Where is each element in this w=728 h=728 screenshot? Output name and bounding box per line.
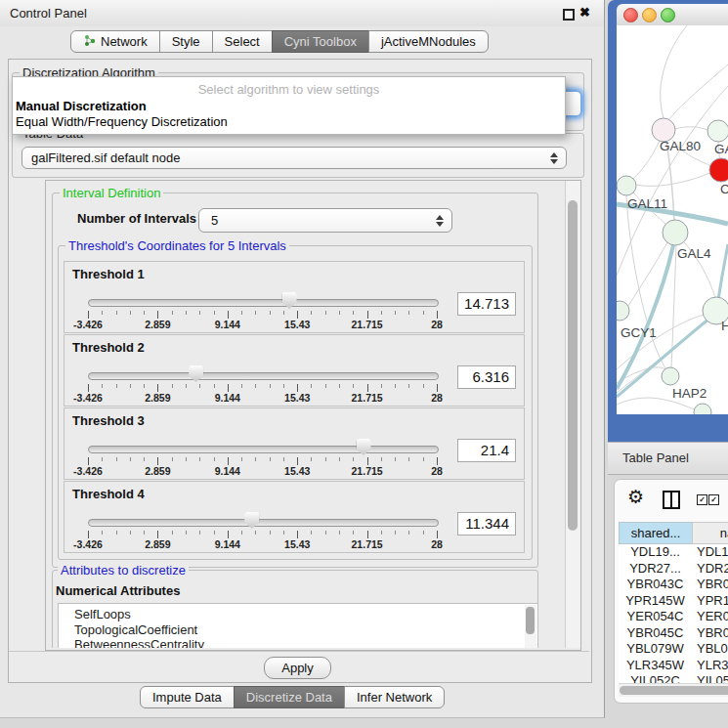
threshold-slider-track[interactable] [88, 372, 439, 380]
tick-mark [381, 311, 382, 315]
table-row[interactable]: YBL079WYBL079W [619, 641, 728, 658]
network-edge[interactable] [666, 142, 674, 220]
network-edge[interactable] [626, 195, 666, 369]
network-node-hap2[interactable] [662, 367, 679, 385]
table-row[interactable]: YDL19...YDL19... [619, 544, 728, 561]
tab-impute-data[interactable]: Impute Data [140, 686, 235, 708]
mac-zoom-light[interactable] [661, 8, 675, 22]
attribute-list-item[interactable]: BetweennessCentrality [59, 637, 537, 648]
threshold-value-field[interactable]: 21.4 [457, 439, 516, 462]
apply-button[interactable]: Apply [264, 657, 331, 679]
network-node-c[interactable] [709, 158, 728, 182]
column-checkbox-icon[interactable]: ✓ [708, 494, 719, 505]
mac-close-light[interactable] [623, 8, 638, 22]
table-row[interactable]: YER054CYER054C [619, 609, 728, 625]
vertical-scrollbar-thumb[interactable] [568, 200, 578, 531]
threshold-panel-3: Threshold 3-3.4262.8599.14415.4321.71528… [64, 407, 525, 480]
horizontal-scrollbar-thumb[interactable] [620, 686, 728, 695]
numerical-attributes-list: SelfLoopsTopologicalCoefficientBetweenne… [58, 603, 538, 648]
tick-mark [255, 457, 256, 461]
tick-mark [339, 531, 340, 535]
column-header-shared-name[interactable]: shared... [619, 522, 693, 544]
node-label: GAL11 [627, 196, 667, 211]
table-row[interactable]: YLR345WYLR345W [619, 658, 728, 674]
network-edge[interactable] [674, 127, 707, 130]
table-row[interactable]: YBR045CYBR045C [619, 625, 728, 642]
column-checkbox-icon[interactable]: ✓ [697, 494, 707, 505]
tick-mark [241, 531, 242, 535]
network-node-gcy1[interactable] [617, 301, 629, 321]
tick-label: 15.43 [268, 465, 326, 477]
table-row[interactable]: YDR27...YDR27... [619, 561, 728, 578]
tab-infer-network[interactable]: Infer Network [344, 686, 445, 708]
threshold-panel-4: Threshold 4-3.4262.8599.14415.4321.71528… [64, 481, 525, 553]
cell-shared-name: YLR345W [619, 658, 692, 674]
network-node-gal4[interactable] [663, 220, 688, 245]
number-of-intervals-spinner[interactable]: 5 [198, 208, 452, 233]
tick-mark [270, 311, 271, 315]
mac-minimize-light[interactable] [642, 8, 657, 22]
attribute-list-item[interactable]: SelfLoops [59, 607, 537, 622]
attribute-list-item[interactable]: TopologicalCoefficient [59, 622, 537, 638]
algorithm-option-manual[interactable]: Manual Discretization [16, 99, 147, 113]
tab-cyni-toolbox[interactable]: Cyni Toolbox [272, 30, 369, 53]
tick-mark [339, 384, 340, 388]
tick-label: 2.859 [128, 538, 187, 550]
gear-icon[interactable]: ⚙ [627, 486, 644, 508]
network-edge[interactable] [718, 244, 728, 300]
tick-mark [186, 311, 187, 315]
tick-label: 2.859 [128, 319, 187, 330]
network-canvas[interactable]: GAL80GACGAL11GAL4GCY1HHAP2 [617, 25, 728, 414]
split-view-icon[interactable] [663, 491, 680, 509]
tick-mark [102, 384, 103, 388]
tab-discretize-data[interactable]: Discretize Data [234, 686, 345, 708]
tick-mark [297, 311, 298, 319]
list-scrollbar-thumb[interactable] [526, 607, 535, 634]
tick-mark [172, 311, 173, 315]
network-node[interactable] [694, 404, 711, 414]
tick-label: -3.426 [59, 392, 117, 404]
network-node-ga[interactable] [707, 120, 728, 142]
control-panel-window: Control Panel ✖ NetworkStyleSelectCyni T… [0, 0, 605, 718]
network-edge[interactable] [628, 242, 667, 306]
column-header-name[interactable]: name [692, 522, 728, 544]
tab-network[interactable]: Network [70, 30, 160, 53]
close-icon[interactable]: ✖ [579, 5, 590, 20]
tab-select[interactable]: Select [212, 30, 273, 53]
tab-style[interactable]: Style [159, 30, 213, 53]
threshold-value-field[interactable]: 14.713 [457, 292, 516, 316]
table-row[interactable]: YIL052CYIL052C [619, 673, 728, 683]
list-scrollbar[interactable] [525, 605, 536, 648]
tick-label: -3.426 [59, 465, 117, 477]
float-window-icon[interactable] [563, 9, 575, 21]
table-row[interactable]: YPR145WYPR145W [619, 593, 728, 610]
threshold-slider-track[interactable] [88, 299, 439, 307]
vertical-scrollbar[interactable] [565, 181, 580, 648]
tick-mark [297, 457, 298, 465]
threshold-value-field[interactable]: 11.344 [457, 512, 516, 535]
horizontal-scrollbar[interactable] [619, 683, 728, 697]
threshold-slider-track[interactable] [88, 446, 439, 453]
table-row[interactable]: YBR043CYBR043C [619, 577, 728, 593]
tick-mark [395, 531, 396, 535]
tick-mark [157, 457, 158, 465]
number-of-intervals-label: Number of Intervals [77, 211, 196, 226]
threshold-value-field[interactable]: 6.316 [457, 365, 516, 389]
tick-mark [116, 457, 117, 461]
threshold-slider-track[interactable] [88, 519, 439, 527]
table-data-combobox[interactable]: galFiltered.sif default node [21, 147, 567, 169]
tick-mark [367, 531, 368, 538]
network-edge[interactable] [636, 173, 709, 186]
tick-mark [241, 457, 242, 461]
cell-name: YER054C [697, 609, 728, 625]
network-window-titlebar[interactable] [617, 4, 728, 26]
network-edge[interactable] [669, 64, 728, 119]
tick-label: 9.144 [198, 538, 257, 550]
algorithm-hint-option: Select algorithm to view settings [13, 82, 565, 97]
tick-mark [214, 457, 215, 461]
network-node-gal11[interactable] [617, 176, 636, 195]
settings-scrollpane: Interval Definition Number of Intervals … [45, 180, 581, 651]
tab-jactivemnodules[interactable]: jActiveMNodules [368, 30, 489, 53]
network-edge[interactable] [633, 141, 660, 179]
algorithm-option-equal-width[interactable]: Equal Width/Frequency Discretization [16, 114, 228, 129]
